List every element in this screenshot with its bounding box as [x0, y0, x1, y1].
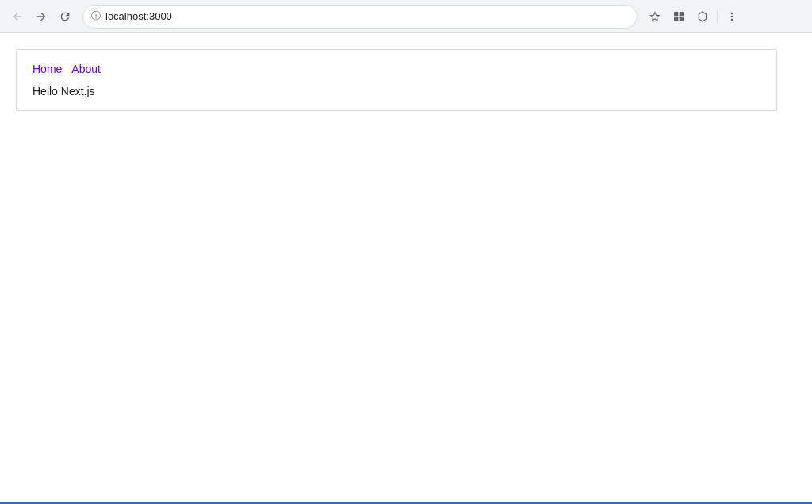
toolbar-icons — [644, 6, 743, 28]
url-text: localhost:3000 — [105, 10, 629, 22]
about-link[interactable]: About — [71, 63, 101, 75]
nav-links: Home About — [33, 63, 760, 75]
menu-button[interactable] — [721, 6, 743, 28]
extensions-button[interactable] — [668, 6, 690, 28]
profile-button[interactable] — [691, 6, 714, 28]
star-button[interactable] — [644, 6, 666, 28]
nav-buttons — [6, 6, 76, 28]
page-heading: Hello Next.js — [33, 85, 760, 97]
address-bar[interactable]: ⓘ localhost:3000 — [82, 5, 638, 29]
svg-rect-3 — [680, 17, 684, 21]
browser-chrome: ⓘ localhost:3000 — [0, 0, 812, 33]
lock-icon: ⓘ — [91, 10, 101, 23]
svg-rect-2 — [674, 17, 678, 21]
forward-button[interactable] — [30, 6, 52, 28]
toolbar-divider — [717, 10, 718, 23]
page-content: Home About Hello Next.js — [0, 33, 812, 127]
content-box: Home About Hello Next.js — [16, 49, 777, 111]
svg-rect-1 — [680, 12, 684, 16]
browser-content: Home About Hello Next.js — [0, 33, 812, 504]
reload-button[interactable] — [54, 6, 76, 28]
back-button[interactable] — [6, 6, 29, 28]
home-link[interactable]: Home — [33, 63, 62, 75]
svg-rect-0 — [674, 12, 678, 16]
